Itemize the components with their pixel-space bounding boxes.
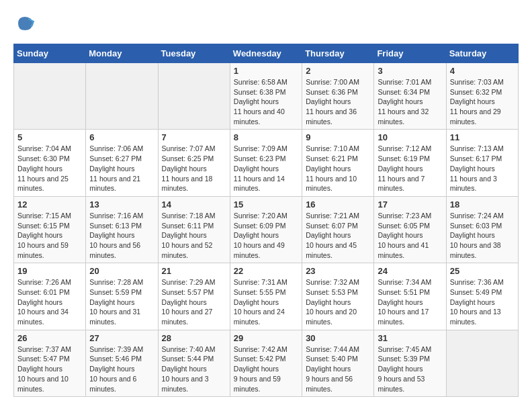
day-info: Sunrise: 7:18 AMSunset: 6:11 PMDaylight … (162, 211, 226, 260)
logo-text (13, 13, 35, 37)
day-info: Sunrise: 7:23 AMSunset: 6:05 PMDaylight … (378, 211, 442, 260)
weekday-header: Thursday (302, 44, 374, 63)
day-info: Sunrise: 7:34 AMSunset: 5:51 PMDaylight … (378, 277, 442, 326)
header (13, 13, 519, 37)
calendar-cell: 6Sunrise: 7:06 AMSunset: 6:27 PMDaylight… (86, 130, 158, 196)
day-number: 4 (450, 66, 515, 76)
day-info: Sunrise: 6:58 AMSunset: 6:38 PMDaylight … (234, 77, 298, 126)
calendar-cell: 13Sunrise: 7:16 AMSunset: 6:13 PMDayligh… (86, 196, 158, 263)
day-number: 26 (17, 333, 82, 343)
calendar-cell: 15Sunrise: 7:20 AMSunset: 6:09 PMDayligh… (230, 196, 302, 263)
day-number: 9 (306, 132, 370, 142)
calendar-cell: 19Sunrise: 7:26 AMSunset: 6:01 PMDayligh… (14, 263, 86, 330)
day-info: Sunrise: 7:09 AMSunset: 6:23 PMDaylight … (234, 144, 298, 193)
calendar-cell: 11Sunrise: 7:13 AMSunset: 6:17 PMDayligh… (446, 130, 518, 196)
day-number: 8 (234, 132, 298, 142)
day-info: Sunrise: 7:42 AMSunset: 5:42 PMDaylight … (234, 345, 298, 394)
day-number: 7 (162, 132, 226, 142)
day-info: Sunrise: 7:24 AMSunset: 6:03 PMDaylight … (450, 211, 515, 260)
calendar-week-row: 5Sunrise: 7:04 AMSunset: 6:30 PMDaylight… (14, 130, 519, 196)
calendar-header-row: SundayMondayTuesdayWednesdayThursdayFrid… (14, 44, 519, 63)
day-number: 14 (162, 199, 226, 210)
day-number: 17 (378, 199, 442, 210)
day-number: 19 (17, 266, 82, 276)
calendar-cell: 28Sunrise: 7:40 AMSunset: 5:44 PMDayligh… (158, 330, 230, 396)
calendar-cell: 30Sunrise: 7:44 AMSunset: 5:40 PMDayligh… (302, 330, 374, 396)
calendar-cell: 9Sunrise: 7:10 AMSunset: 6:21 PMDaylight… (302, 130, 374, 196)
day-number: 31 (378, 333, 442, 343)
day-info: Sunrise: 7:37 AMSunset: 5:47 PMDaylight … (17, 345, 82, 394)
day-info: Sunrise: 7:10 AMSunset: 6:21 PMDaylight … (306, 144, 370, 193)
day-number: 29 (234, 333, 298, 343)
calendar-cell (14, 63, 86, 130)
day-info: Sunrise: 7:03 AMSunset: 6:32 PMDaylight … (450, 77, 515, 126)
day-info: Sunrise: 7:28 AMSunset: 5:59 PMDaylight … (89, 277, 154, 326)
day-number: 25 (450, 266, 515, 276)
calendar-cell: 14Sunrise: 7:18 AMSunset: 6:11 PMDayligh… (158, 196, 230, 263)
day-number: 6 (89, 132, 154, 142)
calendar-cell (446, 330, 518, 396)
day-number: 16 (306, 199, 370, 210)
day-info: Sunrise: 7:44 AMSunset: 5:40 PMDaylight … (306, 345, 370, 394)
day-number: 10 (378, 132, 442, 142)
day-info: Sunrise: 7:04 AMSunset: 6:30 PMDaylight … (17, 144, 82, 193)
calendar-cell: 22Sunrise: 7:31 AMSunset: 5:55 PMDayligh… (230, 263, 302, 330)
weekday-header: Monday (86, 44, 158, 63)
calendar-cell: 24Sunrise: 7:34 AMSunset: 5:51 PMDayligh… (374, 263, 446, 330)
day-info: Sunrise: 7:32 AMSunset: 5:53 PMDaylight … (306, 277, 370, 326)
calendar-cell: 7Sunrise: 7:07 AMSunset: 6:25 PMDaylight… (158, 130, 230, 196)
day-number: 12 (17, 199, 82, 210)
calendar-week-row: 19Sunrise: 7:26 AMSunset: 6:01 PMDayligh… (14, 263, 519, 330)
calendar-cell: 18Sunrise: 7:24 AMSunset: 6:03 PMDayligh… (446, 196, 518, 263)
calendar-cell: 4Sunrise: 7:03 AMSunset: 6:32 PMDaylight… (446, 63, 518, 130)
calendar-week-row: 12Sunrise: 7:15 AMSunset: 6:15 PMDayligh… (14, 196, 519, 263)
day-info: Sunrise: 7:40 AMSunset: 5:44 PMDaylight … (162, 345, 226, 394)
weekday-header: Wednesday (230, 44, 302, 63)
calendar-cell: 3Sunrise: 7:01 AMSunset: 6:34 PMDaylight… (374, 63, 446, 130)
day-info: Sunrise: 7:06 AMSunset: 6:27 PMDaylight … (89, 144, 154, 193)
calendar-cell: 5Sunrise: 7:04 AMSunset: 6:30 PMDaylight… (14, 130, 86, 196)
day-number: 24 (378, 266, 442, 276)
calendar-cell: 20Sunrise: 7:28 AMSunset: 5:59 PMDayligh… (86, 263, 158, 330)
day-info: Sunrise: 7:13 AMSunset: 6:17 PMDaylight … (450, 144, 515, 193)
day-info: Sunrise: 7:31 AMSunset: 5:55 PMDaylight … (234, 277, 298, 326)
day-number: 1 (234, 66, 298, 76)
calendar-week-row: 26Sunrise: 7:37 AMSunset: 5:47 PMDayligh… (14, 330, 519, 396)
day-number: 22 (234, 266, 298, 276)
weekday-header: Tuesday (158, 44, 230, 63)
day-info: Sunrise: 7:36 AMSunset: 5:49 PMDaylight … (450, 277, 515, 326)
day-info: Sunrise: 7:00 AMSunset: 6:36 PMDaylight … (306, 77, 370, 126)
calendar-cell: 10Sunrise: 7:12 AMSunset: 6:19 PMDayligh… (374, 130, 446, 196)
day-number: 27 (89, 333, 154, 343)
calendar-cell: 26Sunrise: 7:37 AMSunset: 5:47 PMDayligh… (14, 330, 86, 396)
day-info: Sunrise: 7:39 AMSunset: 5:46 PMDaylight … (89, 345, 154, 394)
day-info: Sunrise: 7:45 AMSunset: 5:39 PMDaylight … (378, 345, 442, 394)
day-info: Sunrise: 7:16 AMSunset: 6:13 PMDaylight … (89, 211, 154, 260)
day-info: Sunrise: 7:29 AMSunset: 5:57 PMDaylight … (162, 277, 226, 326)
weekday-header: Saturday (446, 44, 518, 63)
calendar: SundayMondayTuesdayWednesdayThursdayFrid… (13, 44, 519, 397)
day-number: 18 (450, 199, 515, 210)
calendar-week-row: 1Sunrise: 6:58 AMSunset: 6:38 PMDaylight… (14, 63, 519, 130)
calendar-cell: 17Sunrise: 7:23 AMSunset: 6:05 PMDayligh… (374, 196, 446, 263)
weekday-header: Sunday (14, 44, 86, 63)
calendar-cell: 21Sunrise: 7:29 AMSunset: 5:57 PMDayligh… (158, 263, 230, 330)
day-number: 15 (234, 199, 298, 210)
calendar-cell: 25Sunrise: 7:36 AMSunset: 5:49 PMDayligh… (446, 263, 518, 330)
day-number: 23 (306, 266, 370, 276)
calendar-cell: 23Sunrise: 7:32 AMSunset: 5:53 PMDayligh… (302, 263, 374, 330)
day-number: 28 (162, 333, 226, 343)
calendar-cell: 16Sunrise: 7:21 AMSunset: 6:07 PMDayligh… (302, 196, 374, 263)
calendar-cell: 29Sunrise: 7:42 AMSunset: 5:42 PMDayligh… (230, 330, 302, 396)
day-number: 3 (378, 66, 442, 76)
calendar-cell: 2Sunrise: 7:00 AMSunset: 6:36 PMDaylight… (302, 63, 374, 130)
logo-icon (15, 13, 35, 34)
day-number: 20 (89, 266, 154, 276)
weekday-header: Friday (374, 44, 446, 63)
day-number: 2 (306, 66, 370, 76)
day-info: Sunrise: 7:26 AMSunset: 6:01 PMDaylight … (17, 277, 82, 326)
day-number: 13 (89, 199, 154, 210)
calendar-cell (158, 63, 230, 130)
day-number: 30 (306, 333, 370, 343)
day-info: Sunrise: 7:07 AMSunset: 6:25 PMDaylight … (162, 144, 226, 193)
